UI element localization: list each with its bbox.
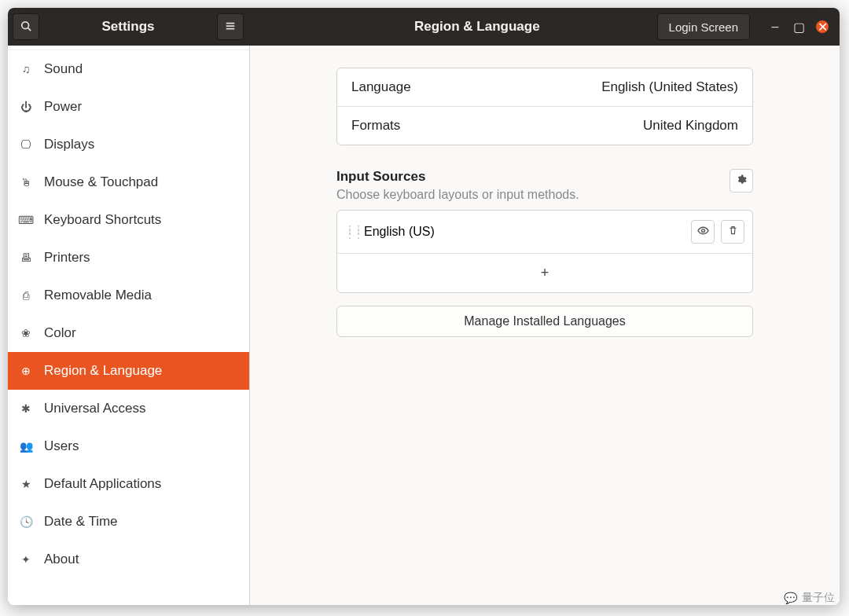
view-layout-button[interactable]: [691, 220, 715, 244]
sidebar-item-label: Users: [44, 438, 79, 454]
clock-icon: 🕓: [19, 515, 33, 528]
sidebar-item-label: Mouse & Touchpad: [44, 174, 158, 190]
language-row[interactable]: Language English (United States): [337, 68, 752, 106]
sidebar-item-label: About: [44, 552, 79, 567]
eye-icon: [697, 225, 709, 239]
body: ♫Sound⏻Power🖵Displays🖱Mouse & Touchpad⌨K…: [8, 46, 840, 605]
plus-icon: +: [541, 265, 549, 281]
sidebar-item-label: Keyboard Shortcuts: [44, 212, 161, 228]
printer-icon: 🖶: [19, 251, 33, 264]
sidebar-item-label: Universal Access: [44, 401, 145, 416]
sidebar-item-mouse-touchpad[interactable]: 🖱Mouse & Touchpad: [8, 163, 249, 201]
app-title: Settings: [44, 19, 212, 35]
sidebar-item-label: Printers: [44, 250, 90, 266]
trash-icon: [728, 226, 738, 238]
search-button[interactable]: [13, 13, 39, 40]
window-controls: – ▢ ✕: [758, 20, 840, 33]
input-sources-subtitle: Choose keyboard layouts or input methods…: [336, 188, 579, 202]
input-source-actions: [691, 220, 744, 244]
settings-window: Settings Region & Language Login Screen …: [8, 8, 840, 605]
input-sources-title: Input Sources: [336, 169, 579, 185]
svg-point-5: [701, 229, 704, 233]
language-label: Language: [351, 79, 411, 95]
users-icon: 👥: [19, 440, 33, 453]
sidebar-item-default-applications[interactable]: ★Default Applications: [8, 465, 249, 503]
sidebar-item-label: Region & Language: [44, 363, 162, 379]
sidebar-item-power[interactable]: ⏻Power: [8, 88, 249, 126]
sidebar-item-users[interactable]: 👥Users: [8, 427, 249, 465]
sidebar-item-label: Default Applications: [44, 476, 161, 492]
svg-line-1: [28, 28, 31, 31]
content-area: Language English (United States) Formats…: [250, 46, 840, 605]
accessibility-icon: ✱: [19, 402, 33, 415]
add-input-source-button[interactable]: +: [337, 253, 752, 292]
locale-card: Language English (United States) Formats…: [336, 68, 753, 145]
formats-row[interactable]: Formats United Kingdom: [337, 106, 752, 145]
mouse-icon: 🖱: [19, 176, 33, 189]
sidebar-item-universal-access[interactable]: ✱Universal Access: [8, 390, 249, 427]
input-sources-header: Input Sources Choose keyboard layouts or…: [336, 169, 753, 202]
maximize-icon: ▢: [793, 20, 805, 35]
sidebar-item-displays[interactable]: 🖵Displays: [8, 126, 249, 163]
about-icon: ✦: [19, 553, 33, 566]
color-icon: ❀: [19, 327, 33, 339]
sidebar-item-date-time[interactable]: 🕓Date & Time: [8, 503, 249, 541]
sidebar[interactable]: ♫Sound⏻Power🖵Displays🖱Mouse & Touchpad⌨K…: [8, 46, 250, 605]
input-source-name: English (US): [364, 225, 435, 239]
titlebar-left: Settings: [8, 8, 250, 46]
hamburger-icon: [225, 20, 236, 34]
displays-icon: 🖵: [19, 138, 33, 151]
apps-icon: ★: [19, 478, 33, 490]
remove-input-source-button[interactable]: [721, 220, 744, 244]
sidebar-item-color[interactable]: ❀Color: [8, 314, 249, 352]
sidebar-item-region-language[interactable]: ⊕Region & Language: [8, 352, 249, 390]
sidebar-item-printers[interactable]: 🖶Printers: [8, 239, 249, 277]
formats-label: Formats: [351, 118, 400, 134]
sidebar-item-label: Power: [44, 99, 82, 115]
login-screen-button[interactable]: Login Screen: [657, 13, 750, 40]
close-icon: ✕: [818, 20, 828, 35]
titlebar: Settings Region & Language Login Screen …: [8, 8, 840, 46]
minimize-icon: –: [772, 20, 779, 34]
note-icon: ♫: [19, 63, 33, 75]
sidebar-item-label: Removable Media: [44, 288, 152, 303]
drag-handle-icon[interactable]: ⋮⋮⋮⋮: [345, 227, 355, 236]
sidebar-item-keyboard-shortcuts[interactable]: ⌨Keyboard Shortcuts: [8, 201, 249, 239]
maximize-button[interactable]: ▢: [792, 20, 805, 33]
hamburger-button[interactable]: [217, 13, 244, 40]
globe-icon: ⊕: [19, 365, 33, 377]
sidebar-item-label: Color: [44, 325, 76, 341]
search-icon: [20, 20, 31, 34]
titlebar-right: Region & Language Login Screen – ▢ ✕: [250, 8, 840, 46]
sidebar-item-sound[interactable]: ♫Sound: [8, 50, 249, 88]
sidebar-item-removable-media[interactable]: ⎙Removable Media: [8, 277, 249, 314]
sidebar-item-label: Displays: [44, 137, 94, 152]
sidebar-item-about[interactable]: ✦About: [8, 541, 249, 578]
language-value: English (United States): [601, 79, 738, 95]
page-title: Region & Language: [297, 19, 657, 35]
power-icon: ⏻: [19, 101, 33, 113]
gear-icon: [736, 174, 747, 188]
input-sources-list: ⋮⋮⋮⋮ English (US): [336, 210, 753, 293]
close-button[interactable]: ✕: [816, 20, 829, 33]
usb-icon: ⎙: [19, 289, 33, 302]
input-sources-settings-button[interactable]: [730, 169, 753, 192]
input-source-row[interactable]: ⋮⋮⋮⋮ English (US): [337, 211, 752, 253]
keyboard-icon: ⌨: [19, 214, 33, 226]
sidebar-item-label: Date & Time: [44, 514, 118, 530]
sidebar-item-label: Sound: [44, 61, 83, 77]
manage-languages-button[interactable]: Manage Installed Languages: [336, 306, 753, 337]
minimize-button[interactable]: –: [769, 20, 781, 33]
formats-value: United Kingdom: [643, 118, 738, 134]
svg-point-0: [22, 21, 29, 28]
